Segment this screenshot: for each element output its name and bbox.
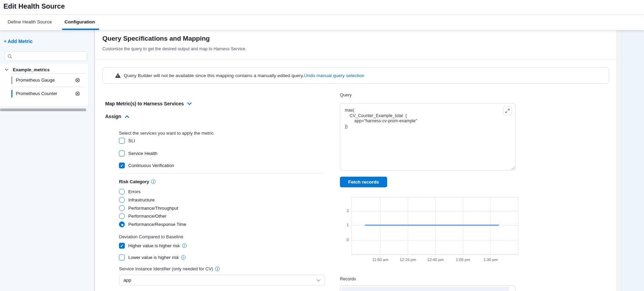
continuous-verification-checkbox[interactable]	[119, 163, 125, 168]
search-input[interactable]	[14, 54, 83, 59]
info-icon[interactable]: i	[181, 255, 185, 260]
gridline	[352, 254, 518, 254]
lower-value-checkbox[interactable]	[119, 254, 125, 260]
radio-row-performance-response-time: Performance/Response Time	[119, 221, 186, 227]
performance-response-time-radio[interactable]	[119, 221, 125, 227]
info-icon[interactable]: i	[151, 179, 155, 184]
warning-icon	[115, 73, 121, 78]
x-tick-label: 12:40 pm	[423, 258, 447, 262]
radio-row-performance-other: Performance/Other	[119, 213, 167, 219]
scroll-gutter	[616, 30, 621, 291]
chevron-down-icon[interactable]	[5, 69, 9, 71]
checkbox-row-service-health: Service Health	[119, 150, 158, 156]
query-text[interactable]: max( CV_Counter_Example_total { app="har…	[345, 108, 417, 129]
warning-text: Query Builder will not be available sinc…	[124, 73, 304, 78]
query-label: Query	[340, 93, 352, 97]
add-metric-button[interactable]: + Add Metric	[3, 39, 32, 44]
metric-group-row[interactable]: Example_metrics	[0, 66, 50, 73]
info-icon[interactable]: i	[215, 267, 220, 271]
search-icon	[8, 54, 12, 59]
higher-value-label: Higher value is higher risk	[128, 243, 180, 248]
gridline	[518, 197, 519, 255]
chevron-down-icon	[187, 102, 192, 105]
remove-metric-icon[interactable]: ⊗	[75, 77, 80, 83]
timeseries-chart: 21011:50 am12:15 pm12:40 pm1:05 pm1:30 p…	[351, 197, 518, 255]
gridline	[408, 197, 408, 255]
gridline	[435, 197, 436, 255]
divider	[119, 173, 324, 174]
infrastructure-radio[interactable]	[119, 197, 125, 203]
y-tick-label: 1	[341, 223, 349, 227]
errors-label: Errors	[128, 189, 140, 194]
page-title: Edit Health Source	[3, 2, 65, 10]
undo-manual-query-link[interactable]: Undo manual query selection	[304, 73, 364, 78]
x-tick-label: 1:05 pm	[451, 258, 475, 262]
divider	[95, 60, 616, 60]
y-tick-label: 0	[341, 238, 349, 242]
metric-item-prometheus-counter[interactable]: Prometheus Counter ⊗	[11, 87, 84, 100]
metric-item-indicator	[11, 76, 12, 84]
higher-value-checkbox[interactable]	[119, 243, 125, 249]
performance-throughput-radio[interactable]	[119, 205, 125, 211]
records-row	[341, 287, 508, 291]
query-builder-warning-banner: Query Builder will not be available sinc…	[102, 67, 609, 84]
service-instance-label: Service Instance Identifier (only needed…	[119, 266, 220, 271]
service-health-label: Service Health	[128, 151, 158, 156]
metric-group-label: Example_metrics	[13, 67, 50, 72]
vertical-scrollbar[interactable]	[509, 286, 515, 291]
data-series-line	[365, 225, 499, 226]
gridline	[352, 197, 518, 197]
sli-checkbox[interactable]	[119, 138, 125, 144]
service-health-checkbox[interactable]	[119, 150, 125, 156]
continuous-verification-label: Continuous Verification	[128, 163, 174, 168]
metric-item-label: Prometheus Gauge	[16, 77, 75, 83]
resize-handle[interactable]	[511, 166, 514, 169]
lower-value-label: Lower value is higher risk	[128, 255, 179, 260]
fetch-records-button[interactable]: Fetch records	[340, 177, 387, 187]
remove-metric-icon[interactable]: ⊗	[75, 90, 80, 97]
expand-icon	[505, 108, 510, 113]
add-metric-label: Add Metric	[8, 39, 32, 44]
info-icon[interactable]: i	[182, 243, 187, 248]
metric-item-prometheus-gauge[interactable]: Prometheus Gauge ⊗	[11, 74, 84, 86]
service-instance-dropdown[interactable]: app	[119, 275, 325, 285]
checkbox-row-higher-risk: Higher value is higher risk i	[119, 243, 187, 249]
tab-bar: Define Health Source Configuration	[0, 15, 644, 30]
map-metrics-header-label: Map Metric(s) to Harness Services	[105, 101, 184, 106]
horizontal-scrollbar[interactable]	[0, 108, 86, 111]
performance-other-radio[interactable]	[119, 213, 125, 219]
infrastructure-label: Infrastructure	[128, 197, 155, 202]
expand-query-button[interactable]	[503, 106, 512, 115]
performance-other-label: Performance/Other	[128, 214, 167, 219]
assign-section-toggle[interactable]: Assign	[105, 114, 129, 119]
radio-row-infrastructure: Infrastructure	[119, 197, 155, 203]
radio-row-errors: Errors	[119, 189, 140, 195]
service-instance-value: app	[123, 278, 131, 283]
tab-configuration[interactable]: Configuration	[64, 15, 95, 29]
gridline	[352, 240, 518, 240]
sli-label: SLI	[128, 138, 135, 143]
metric-search-box[interactable]	[4, 51, 87, 61]
tab-define-health-source[interactable]: Define Health Source	[8, 15, 52, 29]
page-background-right	[621, 30, 644, 291]
gridline	[380, 197, 381, 255]
chevron-down-icon	[316, 279, 321, 282]
checkbox-row-lower-risk: Lower value is higher risk i	[119, 254, 185, 260]
metric-item-indicator	[11, 90, 12, 97]
deviation-label: Deviation Compared to Baseline	[119, 234, 183, 239]
metric-tree: Example_metrics Prometheus Gauge ⊗ Prome…	[0, 64, 89, 107]
assign-header-label: Assign	[105, 114, 121, 119]
plus-icon: +	[3, 39, 7, 44]
checkbox-row-sli: SLI	[119, 138, 135, 144]
y-tick-label: 2	[341, 209, 349, 213]
radio-row-performance-throughput: Performance/Throughput	[119, 205, 178, 211]
query-editor[interactable]: max( CV_Counter_Example_total { app="har…	[340, 103, 515, 170]
active-tab-indicator	[62, 29, 99, 30]
errors-radio[interactable]	[119, 189, 125, 195]
page-header: Edit Health Source	[0, 0, 644, 14]
checkbox-row-continuous-verification: Continuous Verification	[119, 163, 174, 168]
gridline	[491, 197, 491, 255]
map-metrics-section-toggle[interactable]: Map Metric(s) to Harness Services	[105, 101, 192, 106]
services-select-label: Select the services you want to apply th…	[119, 131, 214, 136]
section-heading: Query Specifications and Mapping	[102, 35, 210, 42]
